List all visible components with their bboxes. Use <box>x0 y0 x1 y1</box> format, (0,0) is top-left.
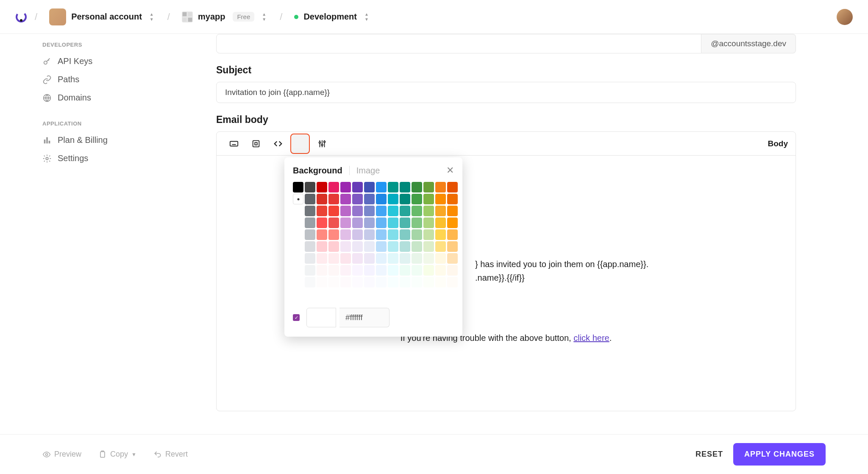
color-swatch[interactable] <box>364 253 375 264</box>
preview-click-here-link[interactable]: click here <box>573 333 609 343</box>
revert-button[interactable]: Revert <box>153 450 188 459</box>
popup-tab-image[interactable]: Image <box>356 166 380 176</box>
color-swatch[interactable] <box>328 194 339 204</box>
color-swatch[interactable] <box>305 253 315 264</box>
color-swatch[interactable] <box>293 289 303 299</box>
color-swatch[interactable] <box>364 194 375 204</box>
color-swatch[interactable] <box>388 194 398 204</box>
color-swatch[interactable] <box>305 229 315 240</box>
chevron-updown-icon[interactable]: ▲▼ <box>150 12 156 22</box>
color-swatch[interactable] <box>352 182 363 192</box>
color-swatch[interactable] <box>317 182 327 192</box>
color-swatch[interactable] <box>293 265 303 276</box>
color-swatch[interactable] <box>352 241 363 252</box>
chevron-updown-icon[interactable]: ▲▼ <box>364 12 370 22</box>
color-swatch[interactable] <box>388 277 398 287</box>
color-swatch[interactable] <box>293 206 303 216</box>
color-swatch[interactable] <box>435 229 446 240</box>
color-swatch[interactable] <box>376 229 387 240</box>
color-swatch[interactable] <box>305 182 315 192</box>
color-swatch[interactable] <box>376 217 387 228</box>
color-swatch[interactable] <box>423 206 434 216</box>
color-swatch[interactable] <box>317 253 327 264</box>
color-swatch[interactable] <box>412 217 422 228</box>
color-swatch[interactable] <box>293 241 303 252</box>
color-swatch[interactable] <box>376 253 387 264</box>
toolbar-sliders-button[interactable] <box>312 135 332 152</box>
color-swatch[interactable] <box>400 241 410 252</box>
color-swatch[interactable] <box>412 194 422 204</box>
color-swatch[interactable] <box>400 277 410 287</box>
color-swatch[interactable] <box>447 277 458 287</box>
toolbar-code-button[interactable] <box>268 135 288 152</box>
sidebar-item-api-keys[interactable]: API Keys <box>42 52 131 70</box>
user-menu[interactable] <box>837 9 853 25</box>
color-swatch[interactable] <box>423 217 434 228</box>
color-swatch[interactable] <box>317 265 327 276</box>
color-swatch[interactable] <box>400 253 410 264</box>
color-swatch[interactable] <box>447 194 458 204</box>
sidebar-item-paths[interactable]: Paths <box>42 70 131 89</box>
color-swatch[interactable] <box>435 182 446 192</box>
color-swatch[interactable] <box>423 194 434 204</box>
app-logo-icon[interactable] <box>15 11 27 23</box>
color-swatch[interactable] <box>293 182 303 192</box>
popup-tab-background[interactable]: Background <box>293 166 342 176</box>
color-swatch[interactable] <box>352 265 363 276</box>
color-swatch[interactable] <box>423 277 434 287</box>
color-swatch[interactable] <box>364 206 375 216</box>
enable-color-checkbox[interactable]: ✓ <box>293 314 300 321</box>
color-swatch[interactable] <box>412 241 422 252</box>
color-swatch[interactable] <box>412 253 422 264</box>
color-swatch[interactable] <box>423 241 434 252</box>
sidebar-item-domains[interactable]: Domains <box>42 89 131 107</box>
color-swatch[interactable] <box>317 217 327 228</box>
color-swatch[interactable] <box>352 277 363 287</box>
color-swatch[interactable] <box>376 241 387 252</box>
color-swatch[interactable] <box>317 277 327 287</box>
color-swatch[interactable] <box>317 289 327 299</box>
preview-button[interactable]: Preview <box>42 450 81 459</box>
color-swatch[interactable] <box>376 194 387 204</box>
color-swatch[interactable] <box>412 182 422 192</box>
color-swatch[interactable] <box>423 265 434 276</box>
color-swatch[interactable] <box>328 217 339 228</box>
color-swatch[interactable] <box>400 289 410 299</box>
color-swatch[interactable] <box>340 206 351 216</box>
color-swatch[interactable] <box>435 277 446 287</box>
toolbar-background-button[interactable] <box>290 134 310 154</box>
color-swatch[interactable] <box>435 265 446 276</box>
color-swatch[interactable] <box>447 265 458 276</box>
color-swatch[interactable] <box>400 206 410 216</box>
color-swatch[interactable] <box>447 206 458 216</box>
app-crumb[interactable]: myapp Free ▲▼ <box>178 9 272 25</box>
color-swatch[interactable] <box>317 229 327 240</box>
color-swatch[interactable] <box>447 229 458 240</box>
color-swatch[interactable] <box>352 194 363 204</box>
color-swatch[interactable] <box>305 217 315 228</box>
color-swatch[interactable] <box>423 253 434 264</box>
color-swatch[interactable] <box>376 277 387 287</box>
color-swatch[interactable] <box>435 289 446 299</box>
color-swatch[interactable] <box>435 217 446 228</box>
color-swatch[interactable] <box>352 206 363 216</box>
color-swatch[interactable] <box>364 182 375 192</box>
color-swatch[interactable] <box>435 241 446 252</box>
color-swatch[interactable] <box>447 241 458 252</box>
color-swatch[interactable] <box>447 182 458 192</box>
copy-button[interactable]: Copy ▼ <box>98 450 136 459</box>
color-swatch[interactable] <box>328 289 339 299</box>
color-swatch[interactable] <box>388 229 398 240</box>
close-icon[interactable]: ✕ <box>446 165 454 176</box>
color-swatch[interactable] <box>412 265 422 276</box>
color-swatch[interactable] <box>400 229 410 240</box>
color-swatch[interactable] <box>317 206 327 216</box>
color-swatch[interactable] <box>388 206 398 216</box>
subject-input[interactable] <box>216 82 796 103</box>
color-swatch[interactable] <box>328 277 339 287</box>
color-swatch[interactable] <box>328 182 339 192</box>
color-swatch[interactable] <box>328 206 339 216</box>
color-swatch[interactable] <box>305 277 315 287</box>
color-swatch[interactable] <box>364 289 375 299</box>
color-swatch[interactable] <box>305 206 315 216</box>
